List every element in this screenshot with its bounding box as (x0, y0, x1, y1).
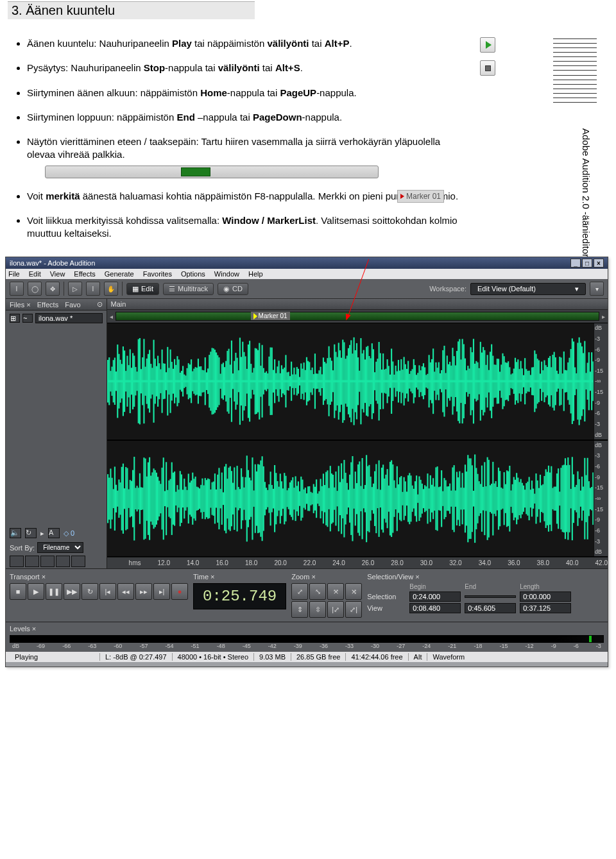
svg-rect-103 (247, 344, 248, 418)
waveform-channel-left[interactable]: dB-3-6-9-15-∞-15-9-6-3dB (107, 323, 608, 440)
navigator-bar[interactable]: ◂ Marker 01 ▸ (107, 310, 608, 323)
tab-favo[interactable]: Favo (65, 301, 80, 309)
svg-rect-639 (504, 484, 506, 513)
transport-playloop[interactable]: ▶▶ (64, 583, 80, 600)
zoom-in-v[interactable]: ⇕ (291, 601, 308, 618)
svg-rect-486 (292, 477, 293, 520)
svg-rect-122 (274, 359, 275, 403)
zoom-sel[interactable]: ⤨ (345, 583, 362, 600)
time-ruler[interactable]: hms12.014.016.018.020.022.024.026.028.03… (107, 557, 608, 568)
transport-rewind[interactable]: ◂◂ (117, 583, 134, 600)
sidebtn-2[interactable] (25, 556, 39, 567)
transport-record[interactable]: ● (171, 583, 188, 600)
tab-effects[interactable]: Effects (37, 301, 58, 309)
svg-rect-11 (119, 360, 121, 403)
speaker-icon[interactable]: 🔈 (10, 528, 21, 538)
tool-cursor[interactable]: ▷ (68, 282, 82, 296)
sort-dropdown[interactable]: Filename (37, 542, 83, 553)
waveform-area[interactable]: dB-3-6-9-15-∞-15-9-6-3dB dB-3-6-9-15-∞-1… (107, 323, 608, 568)
svg-rect-232 (427, 374, 428, 389)
main-tab[interactable]: Main (111, 300, 126, 308)
marker-flag[interactable]: Marker 01 (251, 312, 290, 320)
svg-rect-688 (572, 474, 574, 523)
time-display[interactable]: 0:25.749 (193, 583, 286, 609)
zoom-out-v[interactable]: ⇳ (309, 601, 326, 618)
loop-icon[interactable]: ↻ (25, 528, 37, 538)
transport-pause[interactable]: ❚❚ (46, 583, 62, 600)
svg-rect-41 (161, 350, 162, 413)
transport-stop[interactable]: ■ (10, 583, 26, 600)
svg-rect-144 (304, 370, 305, 393)
zoom-left[interactable]: |⤢ (327, 601, 344, 618)
svg-rect-226 (418, 366, 420, 398)
menu-edit[interactable]: Edit (29, 270, 41, 278)
maximize-button[interactable]: □ (582, 259, 592, 268)
close-button[interactable]: × (594, 259, 604, 268)
tool-move[interactable]: ✥ (46, 282, 60, 296)
minimize-button[interactable]: _ (570, 259, 581, 268)
tool-beam[interactable]: I (86, 282, 100, 296)
mode-cd[interactable]: ◉CD (218, 283, 248, 295)
zoom-in-h[interactable]: ⤢ (291, 583, 308, 600)
sidebtn-3[interactable] (40, 556, 55, 567)
view-end[interactable]: 0:45.605 (465, 603, 516, 613)
svg-rect-185 (361, 353, 363, 409)
svg-rect-98 (241, 357, 242, 406)
svg-rect-467 (266, 488, 267, 509)
workspace-dropdown[interactable]: Edit View (Default)▾ (470, 283, 586, 295)
tab-files[interactable]: Files × (10, 301, 31, 309)
zoom-full[interactable]: ⤧ (327, 583, 344, 600)
svg-rect-34 (151, 368, 153, 395)
svg-rect-469 (268, 484, 270, 513)
tool-lasso[interactable]: ◯ (28, 282, 42, 296)
menu-generate[interactable]: Generate (105, 270, 134, 278)
svg-rect-265 (472, 339, 474, 423)
autoplay-icon[interactable]: A (48, 528, 60, 538)
level-meter[interactable] (10, 635, 604, 643)
menu-help[interactable]: Help (248, 270, 263, 278)
sel-length[interactable]: 0:00.000 (520, 591, 571, 602)
menu-options[interactable]: Options (181, 270, 205, 278)
transport-goend[interactable]: ▸| (153, 583, 170, 600)
sel-begin[interactable]: 0:24.000 (409, 591, 461, 602)
svg-rect-171 (342, 340, 343, 423)
sidebtn-5[interactable] (71, 556, 85, 567)
mode-edit[interactable]: ▦Edit (126, 283, 159, 295)
menu-favorites[interactable]: Favorites (143, 270, 172, 278)
sidebtn-1[interactable] (10, 556, 24, 567)
svg-rect-287 (503, 356, 504, 406)
menu-view[interactable]: View (50, 270, 65, 278)
sidebtn-4[interactable] (56, 556, 70, 567)
view-row-label: View (367, 604, 406, 612)
menu-window[interactable]: Window (214, 270, 239, 278)
filename-label[interactable]: ilona.wav * (35, 313, 103, 323)
workspace-menu-button[interactable]: ▾ (590, 282, 604, 296)
svg-rect-326 (558, 374, 559, 389)
tool-hand[interactable]: ✋ (104, 282, 118, 296)
mode-multitrack[interactable]: ☰Multitrack (163, 283, 214, 295)
svg-rect-597 (446, 486, 447, 511)
transport-loop[interactable]: ↻ (81, 583, 98, 600)
view-length[interactable]: 0:37.125 (520, 603, 571, 613)
view-begin[interactable]: 0:08.480 (409, 603, 461, 613)
svg-rect-258 (463, 344, 464, 419)
transport-gostart[interactable]: |◂ (99, 583, 116, 600)
transport-play[interactable]: ▶ (28, 583, 44, 600)
menu-effects[interactable]: Effects (74, 270, 95, 278)
tool-select[interactable]: I (10, 282, 24, 296)
menu-bar[interactable]: File Edit View Effects Generate Favorite… (6, 269, 608, 279)
svg-rect-117 (267, 373, 268, 389)
play-icon-small[interactable]: ▸ (40, 529, 44, 538)
zoom-right[interactable]: ⤢| (345, 601, 362, 618)
svg-rect-487 (293, 488, 295, 509)
file-row[interactable]: ⊞ ~ ilona.wav * (6, 310, 107, 326)
svg-rect-333 (567, 362, 569, 400)
svg-rect-289 (506, 363, 507, 400)
panel-menu-icon[interactable]: ⊙ (97, 300, 103, 309)
zoom-out-h[interactable]: ⤡ (309, 583, 326, 600)
expand-icon[interactable]: ⊞ (10, 314, 20, 323)
menu-file[interactable]: File (8, 270, 20, 278)
waveform-channel-right[interactable]: dB-3-6-9-15-∞-15-9-6-3dB (107, 440, 608, 557)
transport-ffwd[interactable]: ▸▸ (135, 583, 152, 600)
sel-end[interactable] (465, 595, 516, 598)
